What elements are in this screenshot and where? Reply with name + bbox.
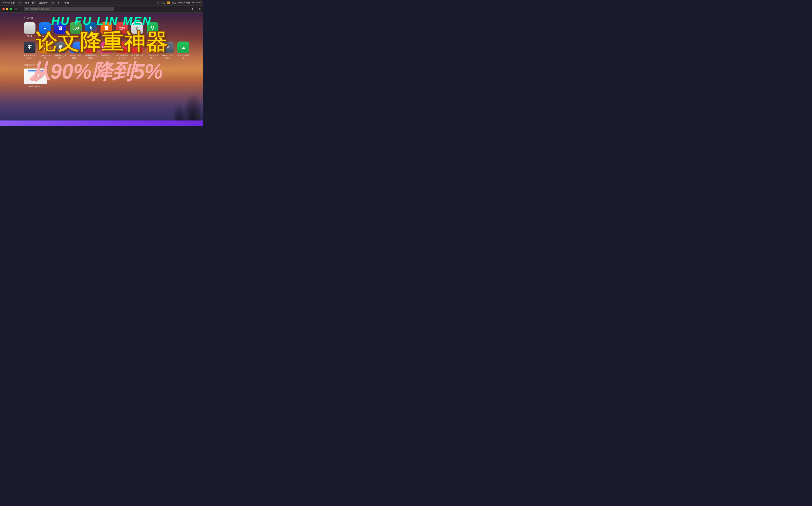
main-content: 个人收藏  Apple ☁ iCloud 百 百度 xyxy=(0,13,203,120)
bottom-bar xyxy=(0,120,203,126)
fav-icon-apple:  xyxy=(24,22,36,34)
favorites-title: 个人收藏 xyxy=(24,16,179,20)
app-item-baiduapp[interactable]: 🐾 如何进行影片分析 - ... xyxy=(70,41,82,59)
menubar-help[interactable]: 帮助 xyxy=(64,1,69,4)
app-item-service[interactable]: 服 服务协议_小狗AI... xyxy=(54,41,66,59)
fav-label-360: 360搜索 xyxy=(72,35,79,37)
app-label-service: 服务协议_小狗AI... xyxy=(54,54,66,59)
apple-menu: Safari浏览器 文件 编辑 显示 历史记录 书签 窗口 帮助 xyxy=(3,1,69,4)
app-item-qianwu[interactable]: 《 《千物妹！小理》... xyxy=(147,41,158,59)
fav-icon-baikebaidu: 百 xyxy=(100,22,112,34)
notification-area: 词：荷荔 📶 94% 3月31日 周四 下午 10:30 xyxy=(157,1,201,4)
app-item-qqmail[interactable]: Q QQ邮箱 - 常规 xyxy=(39,41,51,59)
frequent-section: 经常访问的网站 xiaofamao.com xyxy=(0,61,203,89)
url-bar[interactable]: 🔍 xyxy=(24,7,114,11)
app-item-vector[interactable]: 矢 矢量福袋里的老虎... xyxy=(85,41,97,59)
frequent-label: xiaofamao.com xyxy=(24,85,47,87)
fav-label-vpn: vpn xyxy=(151,35,154,37)
apps-section: 不 不限速下载神器先... Q QQ邮箱 - 常规 服 服务协议_小狗AI...… xyxy=(0,39,203,61)
url-input[interactable] xyxy=(30,8,112,10)
app-label-qqmail: QQ邮箱 - 常规 xyxy=(39,54,51,59)
app-icon-qianwu: 《 xyxy=(147,41,158,53)
sidebar-toggle-icon[interactable]: ⊡ xyxy=(15,7,17,10)
fav-label-baidu: 百度 xyxy=(58,35,62,37)
app-icon-bibibili: 哔哔咩咩 xyxy=(100,41,112,53)
fav-item-bing[interactable]: b Bing xyxy=(85,22,97,37)
app-icon-baiduapp: 🐾 xyxy=(70,41,82,53)
menubar-edit[interactable]: 编辑 xyxy=(25,1,29,4)
app-item-lunwen[interactable]: 论 论文查重之后怎样... xyxy=(131,41,143,59)
minimize-button[interactable] xyxy=(6,8,8,10)
traffic-lights xyxy=(2,8,12,10)
fav-item-icloud[interactable]: ☁ iCloud xyxy=(39,22,51,37)
app-label-lunwen: 论文查重之后怎样... xyxy=(131,54,143,59)
fav-label-applechina: 苹果中国 xyxy=(133,35,141,37)
customize-button[interactable]: ≡ xyxy=(195,113,201,118)
share-icon[interactable]: ⬆ xyxy=(191,7,194,11)
fav-item-applechina[interactable]:  苹果中国 xyxy=(131,22,143,37)
tab-overview-icon[interactable]: ⊞ xyxy=(198,7,201,10)
fav-item-360[interactable]: 360 360搜索 xyxy=(70,22,82,37)
fav-item-sina[interactable]: 微博 新浪网 xyxy=(116,22,128,37)
menubar-history[interactable]: 历史记录 xyxy=(39,1,48,4)
menubar-window[interactable]: 窗口 xyxy=(57,1,62,4)
app-item-bibibili[interactable]: 哔哔咩咩 哔哔咩咩（˙∇˙）つ... xyxy=(100,41,112,59)
battery-label: 94% xyxy=(172,2,176,4)
fav-label-baikebaidu: 百度百科 xyxy=(103,35,110,37)
menubar:  Safari浏览器 文件 编辑 显示 历史记录 书签 窗口 帮助 词：荷荔 … xyxy=(0,0,203,5)
app-label-macro: MacRo - 给你带来... xyxy=(162,54,174,59)
search-icon: 🔍 xyxy=(26,8,28,10)
app-label-vector: 矢量福袋里的老虎... xyxy=(85,54,97,59)
user-label: 词：荷荔 xyxy=(157,1,165,4)
favorites-row:  Apple ☁ iCloud 百 百度 360 360 xyxy=(24,22,179,37)
fav-label-icloud: iCloud xyxy=(42,35,48,37)
fav-icon-applechina:  xyxy=(131,22,143,34)
app-item-netease[interactable]: ☁ 网易云游戏平台 xyxy=(178,41,189,59)
fav-label-sina: 新浪网 xyxy=(119,35,125,37)
app-label-nolimit: 不限速下载神器先... xyxy=(24,54,36,59)
nav-arrows: ‹ › xyxy=(19,7,22,11)
app-label-baiduapp: 如何进行影片分析 - ... xyxy=(70,54,82,59)
menubar-view[interactable]: 显示 xyxy=(32,1,36,4)
apps-row: 不 不限速下载神器先... Q QQ邮箱 - 常规 服 服务协议_小狗AI...… xyxy=(24,41,179,59)
app-label-qianwu: 《千物妹！小理》... xyxy=(147,54,158,59)
fav-label-bing: Bing xyxy=(89,35,93,37)
app-item-xiaohongshu[interactable]: 小 小红书创作服务平台 xyxy=(116,41,128,59)
fav-icon-icloud: ☁ xyxy=(39,22,51,34)
close-button[interactable] xyxy=(2,8,5,10)
menubar-safari[interactable]: Safari浏览器 xyxy=(3,1,15,4)
fav-item-baikebaidu[interactable]: 百 百度百科 xyxy=(100,22,112,37)
app-icon-netease: ☁ xyxy=(178,41,189,53)
new-tab-icon[interactable]: + xyxy=(195,7,197,11)
app-icon-xiaohongshu: 小 xyxy=(116,41,128,53)
fav-icon-baidu: 百 xyxy=(54,22,66,34)
app-item-nolimit[interactable]: 不 不限速下载神器先... xyxy=(24,41,36,59)
fav-icon-vpn: V xyxy=(147,22,158,34)
menubar-bookmarks[interactable]: 书签 xyxy=(50,1,55,4)
app-label-bibibili: 哔哔咩咩（˙∇˙）つ... xyxy=(100,54,112,59)
app-label-netease: 网易云游戏平台 xyxy=(178,54,189,59)
fav-item-vpn[interactable]: V vpn xyxy=(147,22,158,37)
browser-toolbar: ⊡ ‹ › 🔍 ⬆ + ⊞ xyxy=(0,5,203,13)
app-icon-nolimit: 不 xyxy=(24,41,36,53)
frequent-thumbnail xyxy=(24,69,47,84)
app-label-xiaohongshu: 小红书创作服务平台 xyxy=(116,54,128,59)
fav-icon-360: 360 xyxy=(70,22,82,34)
app-icon-service: 服 xyxy=(54,41,66,53)
fav-icon-sina: 微博 xyxy=(116,22,128,34)
app-icon-qqmail: Q xyxy=(39,41,51,53)
app-icon-macro: M xyxy=(162,41,174,53)
wifi-icon: 📶 xyxy=(167,1,170,4)
app-icon-lunwen: 论 xyxy=(131,41,143,53)
menubar-file[interactable]: 文件 xyxy=(17,1,22,4)
customize-icon: ≡ xyxy=(197,114,198,117)
fav-item-apple[interactable]:  Apple xyxy=(24,22,36,37)
maximize-button[interactable] xyxy=(9,8,12,10)
frequent-title: 经常访问的网站 xyxy=(24,63,179,67)
app-icon-vector: 矢 xyxy=(85,41,97,53)
back-icon[interactable]: ‹ xyxy=(19,7,20,11)
app-item-macro[interactable]: M MacRo - 给你带来... xyxy=(162,41,174,59)
frequent-item-xiaofamao[interactable]: xiaofamao.com xyxy=(24,69,47,87)
fav-item-baidu[interactable]: 百 百度 xyxy=(54,22,66,37)
forward-icon[interactable]: › xyxy=(21,7,22,11)
